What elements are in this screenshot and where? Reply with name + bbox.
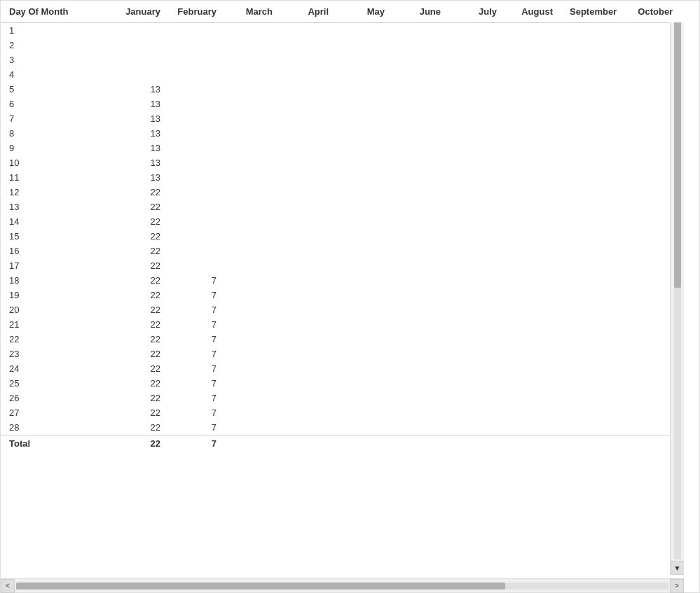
column-header-april: April — [281, 1, 337, 23]
cell-march — [225, 229, 281, 244]
table-body: 1234513613713813913101311131222132214221… — [1, 23, 684, 435]
cell-january — [113, 23, 169, 39]
table-wrapper[interactable]: Day Of MonthJanuaryFebruaryMarchAprilMay… — [1, 1, 684, 575]
table-scroll-area[interactable]: Day Of MonthJanuaryFebruaryMarchAprilMay… — [1, 1, 684, 575]
table-row: 1522 — [1, 229, 684, 244]
cell-day: 4 — [1, 67, 113, 82]
cell-january: 22 — [113, 376, 169, 391]
cell-january: 22 — [113, 273, 169, 288]
cell-april — [281, 185, 337, 200]
cell-july — [449, 155, 505, 170]
cell-may — [337, 23, 393, 39]
cell-september — [561, 111, 625, 126]
cell-september — [561, 200, 625, 214]
cell-september — [561, 288, 625, 302]
cell-february — [169, 23, 225, 39]
cell-day: 19 — [1, 288, 113, 302]
cell-february — [169, 229, 225, 244]
cell-july — [449, 347, 505, 361]
cell-january: 22 — [113, 332, 169, 347]
cell-january: 22 — [113, 229, 169, 244]
cell-april — [281, 347, 337, 361]
cell-january: 22 — [113, 214, 169, 229]
cell-september — [561, 214, 625, 229]
cell-june — [393, 200, 449, 214]
cell-may — [337, 420, 393, 435]
total-cell-june — [393, 435, 449, 452]
cell-september — [561, 38, 625, 53]
cell-july — [449, 229, 505, 244]
column-header-september: September — [561, 1, 625, 23]
vertical-scrollbar-track[interactable] — [674, 16, 681, 559]
cell-april — [281, 391, 337, 405]
cell-july — [449, 361, 505, 376]
total-cell-march — [225, 435, 281, 452]
table-row: 1622 — [1, 244, 684, 258]
cell-day: 8 — [1, 126, 113, 141]
cell-august — [505, 23, 561, 39]
cell-june — [393, 155, 449, 170]
cell-august — [505, 347, 561, 361]
scroll-right-button[interactable]: > — [670, 579, 684, 593]
cell-august — [505, 258, 561, 273]
cell-day: 9 — [1, 141, 113, 155]
column-header-october: October — [625, 1, 681, 23]
cell-february: 7 — [169, 288, 225, 302]
horizontal-scrollbar-track[interactable] — [16, 582, 668, 589]
cell-august — [505, 200, 561, 214]
table-row: 26227 — [1, 391, 684, 405]
total-cell-may — [337, 435, 393, 452]
table-row: 2 — [1, 38, 684, 53]
horizontal-scrollbar[interactable]: < > — [1, 578, 684, 592]
vertical-scrollbar[interactable]: ▲ ▼ — [670, 1, 684, 575]
cell-june — [393, 244, 449, 258]
horizontal-scrollbar-thumb[interactable] — [16, 582, 505, 589]
vertical-scrollbar-thumb[interactable] — [674, 16, 681, 288]
cell-january: 13 — [113, 126, 169, 141]
cell-august — [505, 38, 561, 53]
cell-april — [281, 200, 337, 214]
cell-day: 5 — [1, 82, 113, 97]
cell-may — [337, 97, 393, 111]
cell-february: 7 — [169, 347, 225, 361]
cell-september — [561, 376, 625, 391]
column-header-january: January — [113, 1, 169, 23]
cell-march — [225, 317, 281, 332]
cell-august — [505, 82, 561, 97]
cell-day: 16 — [1, 244, 113, 258]
cell-february: 7 — [169, 391, 225, 405]
cell-day: 20 — [1, 302, 113, 317]
cell-june — [393, 288, 449, 302]
cell-day: 22 — [1, 332, 113, 347]
cell-september — [561, 23, 625, 39]
cell-february: 7 — [169, 376, 225, 391]
cell-april — [281, 273, 337, 288]
cell-january: 22 — [113, 185, 169, 200]
table-row: 1422 — [1, 214, 684, 229]
cell-may — [337, 332, 393, 347]
cell-may — [337, 126, 393, 141]
scroll-down-button[interactable]: ▼ — [671, 561, 685, 575]
cell-august — [505, 332, 561, 347]
cell-may — [337, 288, 393, 302]
cell-may — [337, 229, 393, 244]
cell-day: 11 — [1, 170, 113, 185]
cell-june — [393, 82, 449, 97]
table-row: 27227 — [1, 405, 684, 420]
cell-august — [505, 288, 561, 302]
cell-february: 7 — [169, 332, 225, 347]
cell-february: 7 — [169, 302, 225, 317]
table-row: 20227 — [1, 302, 684, 317]
scroll-left-button[interactable]: < — [1, 579, 15, 593]
total-cell-september — [561, 435, 625, 452]
cell-january — [113, 38, 169, 53]
table-row: 23227 — [1, 347, 684, 361]
cell-june — [393, 391, 449, 405]
cell-february — [169, 170, 225, 185]
cell-may — [337, 244, 393, 258]
cell-day: 27 — [1, 405, 113, 420]
cell-march — [225, 38, 281, 53]
cell-january — [113, 67, 169, 82]
cell-day: 28 — [1, 420, 113, 435]
cell-june — [393, 361, 449, 376]
